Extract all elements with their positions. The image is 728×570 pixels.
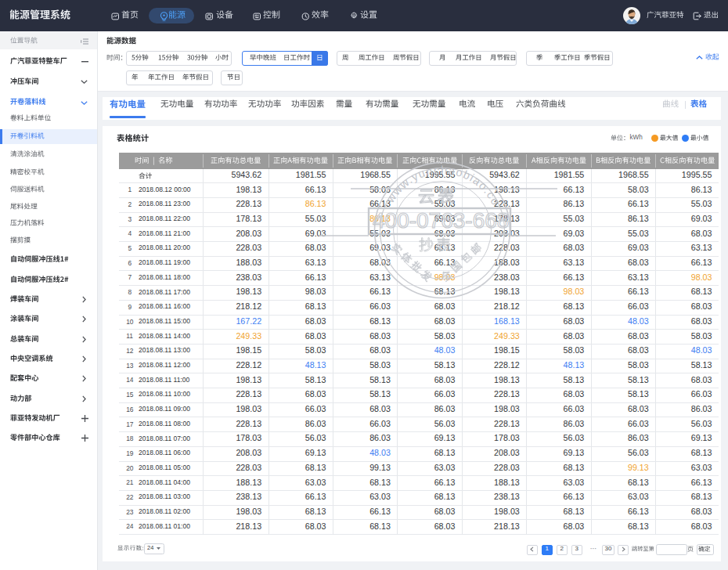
svg-text:400-0763-668: 400-0763-668	[373, 208, 509, 233]
